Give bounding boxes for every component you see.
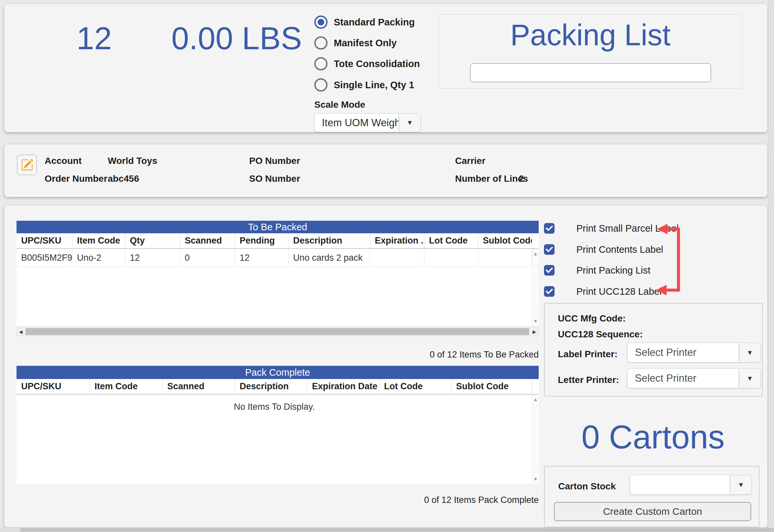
pack-complete-table: Pack Complete UPC/SKU Item Code Scanned … (17, 366, 539, 484)
radio-unselected-icon[interactable] (314, 57, 328, 70)
radio-selected-icon[interactable] (314, 16, 328, 29)
radio-single-line-qty1[interactable]: Single Line, Qty 1 (314, 78, 414, 92)
scrollbar-thumb[interactable] (25, 328, 529, 335)
edit-order-button[interactable] (17, 155, 37, 175)
ucc-mfg-code-label: UCC Mfg Code: (558, 313, 626, 324)
create-custom-carton-button[interactable]: Create Custom Carton (554, 502, 751, 521)
column-header[interactable]: Lot Code (379, 379, 451, 394)
letter-printer-dropdown[interactable]: Select Printer ▼ (627, 368, 761, 388)
pack-complete-title: Pack Complete (17, 366, 539, 379)
checkbox-print-packing-list[interactable]: Print Packing List (544, 265, 650, 276)
radio-unselected-icon[interactable] (314, 36, 328, 50)
edit-pencil-icon (21, 159, 33, 171)
quantity-display: 12 (45, 22, 144, 55)
column-header[interactable]: Sublot Code (478, 233, 532, 248)
column-header[interactable]: Item Code (72, 233, 125, 248)
scroll-up-icon[interactable]: ▲ (532, 251, 539, 256)
page-horizontal-scrollbar[interactable] (0, 528, 774, 532)
cell-upc-sku: B005I5M2F9 (17, 249, 72, 267)
order-number-value: abc456 (108, 173, 139, 184)
pack-complete-header-row: UPC/SKU Item Code Scanned Description Ex… (17, 379, 539, 395)
cell-scanned: 0 (180, 249, 235, 267)
checkbox-checked-icon[interactable] (544, 223, 555, 234)
chevron-down-icon[interactable]: ▼ (730, 475, 752, 494)
packing-screen: 12 0.00 LBS Standard Packing Manifest On… (0, 0, 774, 532)
ucc128-sequence-label: UCC128 Sequence: (558, 329, 643, 340)
column-header[interactable]: Scanned (163, 379, 235, 394)
radio-label: Standard Packing (334, 17, 415, 28)
chevron-down-icon[interactable]: ▼ (739, 369, 760, 388)
empty-table-message: No Items To Display. (17, 402, 532, 412)
checkbox-label: Print Packing List (576, 265, 650, 276)
column-header[interactable]: Qty (125, 233, 180, 248)
order-info-card: Account World Toys Order Number abc456 P… (4, 144, 767, 197)
radio-unselected-icon[interactable] (314, 78, 328, 92)
carton-stock-dropdown[interactable]: ▼ (630, 475, 752, 495)
cell-lot-code (424, 249, 478, 267)
checkbox-checked-icon[interactable] (544, 265, 555, 276)
letter-printer-value: Select Printer (628, 369, 739, 388)
packing-work-area-card: To Be Packed UPC/SKU Item Code Qty Scann… (4, 206, 767, 527)
checkbox-print-small-parcel-label[interactable]: Print Small Parcel Label (544, 223, 678, 234)
column-header[interactable]: UPC/SKU (17, 379, 90, 394)
radio-label: Single Line, Qty 1 (334, 80, 414, 91)
cell-qty: 12 (125, 249, 180, 267)
column-header[interactable]: Description (235, 379, 307, 394)
cell-pending: 12 (235, 249, 289, 267)
weight-display: 0.00 LBS (154, 22, 319, 55)
scrollbar-thumb[interactable] (20, 528, 774, 532)
radio-tote-consolidation[interactable]: Tote Consolidation (314, 57, 420, 71)
label-printer-value: Select Printer (628, 343, 739, 362)
checkbox-print-ucc128-label[interactable]: Print UCC128 Label (544, 286, 662, 297)
scale-mode-dropdown[interactable]: Item UOM Weight ▼ (314, 113, 421, 132)
scroll-down-icon[interactable]: ▼ (532, 318, 539, 324)
column-header[interactable]: Description (289, 233, 370, 248)
chevron-down-icon[interactable]: ▼ (739, 343, 760, 362)
order-number-label: Order Number (45, 173, 107, 184)
vertical-scrollbar[interactable]: ▲ ▼ (532, 395, 539, 484)
horizontal-scrollbar[interactable]: ◀ ▶ (17, 327, 539, 336)
scale-mode-value: Item UOM Weight (315, 114, 399, 132)
radio-manifest-only[interactable]: Manifest Only (314, 36, 397, 50)
column-header[interactable]: Expiration Date (307, 379, 379, 394)
scroll-down-icon[interactable]: ▼ (532, 476, 539, 482)
cartons-count: 0 Cartons (544, 420, 762, 454)
po-number-label: PO Number (249, 156, 300, 166)
column-header[interactable]: UPC/SKU (17, 233, 72, 248)
radio-label: Tote Consolidation (334, 58, 420, 69)
scroll-up-icon[interactable]: ▲ (532, 397, 539, 402)
checkbox-print-contents-label[interactable]: Print Contents Label (544, 244, 663, 255)
label-printer-dropdown[interactable]: Select Printer ▼ (627, 343, 761, 362)
page-vertical-scrollbar[interactable] (768, 0, 774, 532)
checkbox-label: Print Contents Label (576, 244, 663, 255)
packing-list-panel: Packing List (439, 14, 742, 89)
radio-standard-packing[interactable]: Standard Packing (314, 15, 415, 29)
carrier-label: Carrier (455, 156, 485, 166)
checkbox-checked-icon[interactable] (544, 244, 555, 255)
column-header[interactable]: Scanned (180, 233, 235, 248)
pack-complete-body: No Items To Display. ▲ ▼ (17, 395, 539, 484)
letter-printer-label: Letter Printer: (558, 375, 619, 385)
column-header[interactable]: Lot Code (424, 233, 478, 248)
chevron-down-icon[interactable]: ▼ (399, 114, 420, 132)
checkbox-checked-icon[interactable] (544, 286, 555, 297)
number-of-lines-label: Number of Lines (455, 173, 528, 184)
scroll-left-icon[interactable]: ◀ (17, 327, 25, 336)
cell-item-code: Uno-2 (72, 249, 125, 267)
scroll-right-icon[interactable]: ▶ (530, 327, 538, 336)
column-header[interactable]: Sublot Code (451, 379, 532, 394)
column-header-filler (532, 379, 539, 394)
account-label: Account (45, 156, 82, 166)
column-header[interactable]: Pending (235, 233, 289, 248)
cell-expiration (370, 249, 424, 267)
account-value: World Toys (108, 156, 157, 166)
column-header[interactable]: Expiration ... (370, 233, 424, 248)
cell-sublot-code (478, 249, 532, 267)
vertical-scrollbar[interactable]: ▲ ▼ (532, 249, 539, 326)
radio-label: Manifest Only (334, 38, 397, 49)
to-be-packed-count: 0 of 12 Items To Be Packed (17, 350, 539, 360)
checkbox-label: Print Small Parcel Label (576, 223, 678, 234)
table-row[interactable]: B005I5M2F9 Uno-2 12 0 12 Uno cards 2 pac… (17, 249, 539, 267)
packing-list-input[interactable] (470, 63, 711, 82)
column-header[interactable]: Item Code (90, 379, 163, 394)
